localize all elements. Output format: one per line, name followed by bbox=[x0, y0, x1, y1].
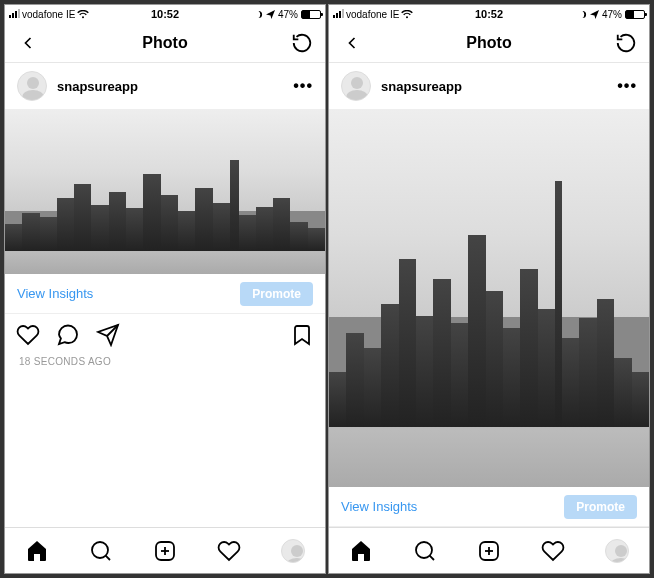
status-bar: vodafone IE 10:52 47% bbox=[329, 5, 649, 23]
more-options-icon[interactable]: ••• bbox=[617, 77, 637, 95]
nav-header: Photo bbox=[5, 23, 325, 63]
refresh-button[interactable] bbox=[613, 30, 639, 56]
tab-profile[interactable] bbox=[280, 538, 306, 564]
refresh-button[interactable] bbox=[289, 30, 315, 56]
location-arrow-icon bbox=[590, 10, 599, 19]
bottom-tab-bar bbox=[5, 527, 325, 573]
wifi-icon bbox=[401, 10, 413, 19]
signal-icon bbox=[333, 10, 344, 18]
back-button[interactable] bbox=[15, 30, 41, 56]
insights-bar: View Insights Promote bbox=[5, 274, 325, 314]
promote-button[interactable]: Promote bbox=[240, 282, 313, 306]
svg-point-2 bbox=[92, 542, 108, 558]
post-photo[interactable] bbox=[5, 109, 325, 274]
avatar[interactable] bbox=[341, 71, 371, 101]
tab-search[interactable] bbox=[88, 538, 114, 564]
svg-point-7 bbox=[416, 542, 432, 558]
tab-activity[interactable] bbox=[540, 538, 566, 564]
clock: 10:52 bbox=[151, 8, 179, 20]
view-insights-link[interactable]: View Insights bbox=[17, 286, 93, 301]
battery-pct: 47% bbox=[602, 9, 622, 20]
page-title: Photo bbox=[466, 34, 511, 52]
username[interactable]: snapsureapp bbox=[57, 79, 283, 94]
insights-bar: View Insights Promote bbox=[329, 487, 649, 527]
battery-icon bbox=[301, 10, 321, 19]
tab-home[interactable] bbox=[348, 538, 374, 564]
bottom-tab-bar bbox=[329, 527, 649, 573]
clock: 10:52 bbox=[475, 8, 503, 20]
post-header: snapsureapp ••• bbox=[5, 63, 325, 109]
tab-search[interactable] bbox=[412, 538, 438, 564]
dnd-moon-icon bbox=[254, 10, 263, 19]
tab-add[interactable] bbox=[152, 538, 178, 564]
dnd-moon-icon bbox=[578, 10, 587, 19]
back-button[interactable] bbox=[339, 30, 365, 56]
tab-profile[interactable] bbox=[604, 538, 630, 564]
username[interactable]: snapsureapp bbox=[381, 79, 607, 94]
post-actions bbox=[5, 314, 325, 356]
like-button[interactable] bbox=[15, 322, 41, 348]
comment-button[interactable] bbox=[55, 322, 81, 348]
share-button[interactable] bbox=[95, 322, 121, 348]
tab-activity[interactable] bbox=[216, 538, 242, 564]
carrier-label: vodafone IE bbox=[346, 9, 399, 20]
page-title: Photo bbox=[142, 34, 187, 52]
post-timestamp: 18 SECONDS AGO bbox=[5, 356, 325, 375]
post-header: snapsureapp ••• bbox=[329, 63, 649, 109]
wifi-icon bbox=[77, 10, 89, 19]
battery-icon bbox=[625, 10, 645, 19]
post-photo[interactable] bbox=[329, 109, 649, 487]
carrier-label: vodafone IE bbox=[22, 9, 75, 20]
svg-line-8 bbox=[430, 555, 434, 559]
location-arrow-icon bbox=[266, 10, 275, 19]
battery-pct: 47% bbox=[278, 9, 298, 20]
avatar[interactable] bbox=[17, 71, 47, 101]
bookmark-button[interactable] bbox=[289, 322, 315, 348]
more-options-icon[interactable]: ••• bbox=[293, 77, 313, 95]
svg-line-3 bbox=[106, 555, 110, 559]
signal-icon bbox=[9, 10, 20, 18]
tab-add[interactable] bbox=[476, 538, 502, 564]
tab-home[interactable] bbox=[24, 538, 50, 564]
status-bar: vodafone IE 10:52 47% bbox=[5, 5, 325, 23]
promote-button[interactable]: Promote bbox=[564, 495, 637, 519]
view-insights-link[interactable]: View Insights bbox=[341, 499, 417, 514]
phone-left: vodafone IE 10:52 47% Photo snapsureap bbox=[4, 4, 326, 574]
phone-right: vodafone IE 10:52 47% Photo snapsureap bbox=[328, 4, 650, 574]
nav-header: Photo bbox=[329, 23, 649, 63]
